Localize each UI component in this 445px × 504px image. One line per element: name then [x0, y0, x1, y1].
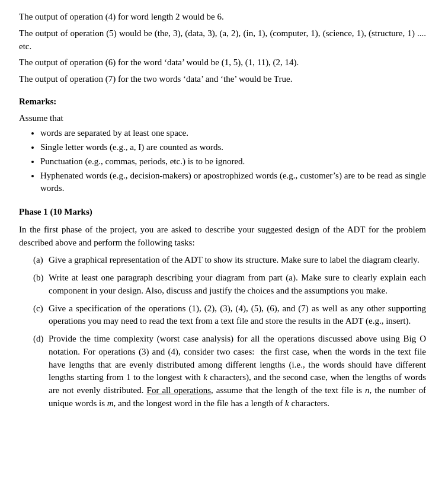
phase1-intro: In the first phase of the project, you a…	[19, 224, 426, 250]
task-a: (a) Give a graphical representation of t…	[33, 254, 426, 267]
task-c-content: Give a specification of the operations (…	[49, 302, 426, 328]
task-c-label: (c)	[33, 302, 49, 328]
bullet-4: Hyphenated words (e.g., decision-makers)…	[40, 170, 426, 196]
op5-line: The output of operation (5) would be (th…	[19, 27, 426, 53]
tasks-list: (a) Give a graphical representation of t…	[33, 254, 426, 410]
task-d-label: (d)	[33, 333, 49, 410]
task-d: (d) Provide the time complexity (worst c…	[33, 333, 426, 410]
op7-line: The output of operation (7) for the two …	[19, 73, 426, 86]
task-a-content: Give a graphical representation of the A…	[49, 254, 426, 267]
task-d-content: Provide the time complexity (worst case …	[49, 333, 426, 410]
document-content: The output of operation (4) for word len…	[19, 11, 426, 410]
task-b-content: Write at least one paragraph describing …	[49, 272, 426, 298]
phase1-heading: Phase 1 (10 Marks)	[19, 206, 426, 219]
task-b-label: (b)	[33, 272, 49, 298]
remarks-heading: Remarks:	[19, 95, 426, 109]
op4-line: The output of operation (4) for word len…	[19, 11, 426, 24]
bullet-1: words are separated by at least one spac…	[40, 127, 426, 140]
bullet-2: Single letter words (e.g., a, I) are cou…	[40, 141, 426, 154]
remarks-bullet-list: words are separated by at least one spac…	[40, 127, 426, 195]
task-a-label: (a)	[33, 254, 49, 267]
task-b: (b) Write at least one paragraph describ…	[33, 272, 426, 298]
task-c: (c) Give a specification of the operatio…	[33, 302, 426, 328]
bullet-3: Punctuation (e.g., commas, periods, etc.…	[40, 155, 426, 168]
op6-line: The output of operation (6) for the word…	[19, 56, 426, 69]
assume-text: Assume that	[19, 112, 426, 125]
